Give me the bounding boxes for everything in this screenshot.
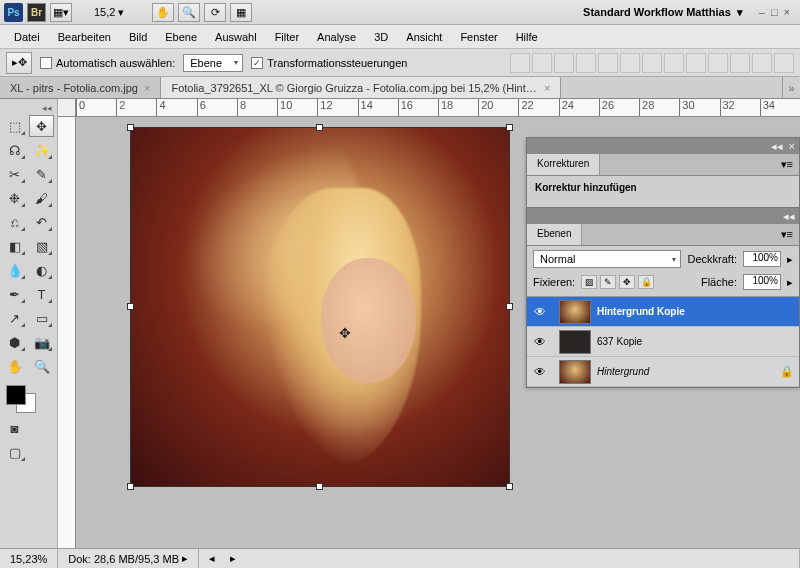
menu-hilfe[interactable]: Hilfe — [516, 31, 538, 43]
bridge-icon[interactable]: Br — [27, 3, 46, 22]
type-tool[interactable]: T — [29, 283, 54, 305]
layer-visibility-toggle[interactable]: 👁 — [527, 305, 553, 319]
transform-handle[interactable] — [127, 124, 134, 131]
workspace-dropdown[interactable]: Standard Workflow Matthias▾ — [575, 3, 751, 22]
ebenen-tab[interactable]: Ebenen — [527, 224, 582, 245]
lock-pixels-button[interactable]: ✎ — [600, 275, 616, 289]
panel-menu-button[interactable]: ▾≡ — [775, 154, 799, 175]
menu-3d[interactable]: 3D — [374, 31, 388, 43]
transform-handle[interactable] — [506, 303, 513, 310]
transform-controls-checkbox[interactable]: ✓Transformationssteuerungen — [251, 57, 407, 69]
arrange-documents-button[interactable]: ▦▾ — [50, 3, 72, 22]
collapse-icon[interactable]: ◂◂ — [783, 210, 795, 223]
brush-tool[interactable]: 🖌 — [29, 187, 54, 209]
layer-row[interactable]: 👁Hintergrund Kopie — [527, 297, 799, 327]
photoshop-icon[interactable]: Ps — [4, 3, 23, 22]
maximize-button[interactable]: □ — [771, 6, 778, 18]
align-bottom-button[interactable] — [554, 53, 574, 73]
move-tool[interactable]: ✥ — [29, 115, 54, 137]
layer-thumbnail[interactable] — [559, 330, 591, 354]
path-selection-tool[interactable]: ↗ — [2, 307, 27, 329]
blend-mode-dropdown[interactable]: Normal — [533, 250, 681, 268]
eraser-tool[interactable]: ◧ — [2, 235, 27, 257]
transform-center-icon[interactable]: ✥ — [339, 325, 351, 341]
zoom-level-display[interactable]: 15,2 ▾ — [86, 4, 132, 21]
auto-select-target-dropdown[interactable]: Ebene — [183, 54, 243, 72]
canvas-area[interactable]: 0246810121416182022242628303234 ✥ ◂◂× Ko… — [58, 99, 800, 548]
close-icon[interactable]: × — [789, 140, 795, 152]
shape-tool[interactable]: ▭ — [29, 307, 54, 329]
tab-scroll-button[interactable]: » — [782, 77, 800, 98]
align-top-button[interactable] — [510, 53, 530, 73]
menu-ebene[interactable]: Ebene — [165, 31, 197, 43]
transform-handle[interactable] — [316, 124, 323, 131]
lock-all-button[interactable]: 🔒 — [638, 275, 654, 289]
align-right-button[interactable] — [620, 53, 640, 73]
zoom-tool[interactable]: 🔍 — [29, 355, 54, 377]
menu-analyse[interactable]: Analyse — [317, 31, 356, 43]
distribute-top-button[interactable] — [642, 53, 662, 73]
hand-tool[interactable]: ✋ — [2, 355, 27, 377]
distribute-vcenter-button[interactable] — [664, 53, 684, 73]
current-tool-indicator[interactable]: ▸✥ — [6, 52, 32, 74]
auto-select-checkbox[interactable]: Automatisch auswählen: — [40, 57, 175, 69]
layer-row[interactable]: 👁637 Kopie — [527, 327, 799, 357]
transform-handle[interactable] — [506, 124, 513, 131]
flyout-icon[interactable]: ▸ — [787, 253, 793, 266]
camera-tool[interactable]: 📷 — [29, 331, 54, 353]
history-brush-tool[interactable]: ↶ — [29, 211, 54, 233]
close-button[interactable]: × — [784, 6, 790, 18]
transform-handle[interactable] — [316, 483, 323, 490]
horizontal-ruler[interactable]: 0246810121416182022242628303234 — [76, 99, 800, 117]
marquee-tool[interactable]: ⬚ — [2, 115, 27, 137]
panel-header[interactable]: ◂◂× — [527, 138, 799, 154]
korrekturen-tab[interactable]: Korrekturen — [527, 154, 600, 175]
lock-position-button[interactable]: ✥ — [619, 275, 635, 289]
document-canvas[interactable]: ✥ — [130, 127, 510, 487]
wand-tool[interactable]: ✨ — [29, 139, 54, 161]
distribute-right-button[interactable] — [752, 53, 772, 73]
fill-input[interactable]: 100% — [743, 274, 781, 290]
quickmask-button[interactable]: ◙ — [2, 417, 27, 439]
eyedropper-tool[interactable]: ✎ — [29, 163, 54, 185]
menu-fenster[interactable]: Fenster — [460, 31, 497, 43]
layer-name-label[interactable]: Hintergrund Kopie — [597, 306, 775, 317]
status-zoom[interactable]: 15,23% — [0, 549, 58, 568]
align-hcenter-button[interactable] — [598, 53, 618, 73]
panel-menu-button[interactable]: ▾≡ — [775, 224, 799, 245]
status-document-size[interactable]: Dok: 28,6 MB/95,3 MB ▸ — [58, 549, 199, 568]
minimize-button[interactable]: – — [759, 6, 765, 18]
lasso-tool[interactable]: ☊ — [2, 139, 27, 161]
foreground-color-swatch[interactable] — [6, 385, 26, 405]
screenmode-button[interactable]: ▢ — [2, 441, 27, 463]
vertical-ruler[interactable] — [58, 117, 76, 548]
menu-ansicht[interactable]: Ansicht — [406, 31, 442, 43]
stamp-tool[interactable]: ⎌ — [2, 211, 27, 233]
align-vcenter-button[interactable] — [532, 53, 552, 73]
pen-tool[interactable]: ✒ — [2, 283, 27, 305]
menu-bearbeiten[interactable]: Bearbeiten — [58, 31, 111, 43]
transform-handle[interactable] — [506, 483, 513, 490]
menu-bild[interactable]: Bild — [129, 31, 147, 43]
distribute-bottom-button[interactable] — [686, 53, 706, 73]
layer-visibility-toggle[interactable]: 👁 — [527, 365, 553, 379]
opacity-input[interactable]: 100% — [743, 251, 781, 267]
auto-align-button[interactable] — [774, 53, 794, 73]
zoom-tool-button[interactable]: 🔍 — [178, 3, 200, 22]
layer-thumbnail[interactable] — [559, 300, 591, 324]
document-tab[interactable]: XL - pitrs - Fotolia.com.jpg× — [0, 77, 161, 98]
3d-tool[interactable]: ⬢ — [2, 331, 27, 353]
close-icon[interactable]: × — [144, 82, 150, 94]
layer-name-label[interactable]: Hintergrund — [597, 366, 775, 377]
lock-transparency-button[interactable]: ▨ — [581, 275, 597, 289]
dodge-tool[interactable]: ◐ — [29, 259, 54, 281]
menu-datei[interactable]: Datei — [14, 31, 40, 43]
distribute-left-button[interactable] — [708, 53, 728, 73]
heal-tool[interactable]: ❉ — [2, 187, 27, 209]
layer-thumbnail[interactable] — [559, 360, 591, 384]
layer-visibility-toggle[interactable]: 👁 — [527, 335, 553, 349]
collapse-icon[interactable]: ◂◂ — [771, 140, 783, 153]
rotate-view-button[interactable]: ⟳ — [204, 3, 226, 22]
align-left-button[interactable] — [576, 53, 596, 73]
gradient-tool[interactable]: ▧ — [29, 235, 54, 257]
